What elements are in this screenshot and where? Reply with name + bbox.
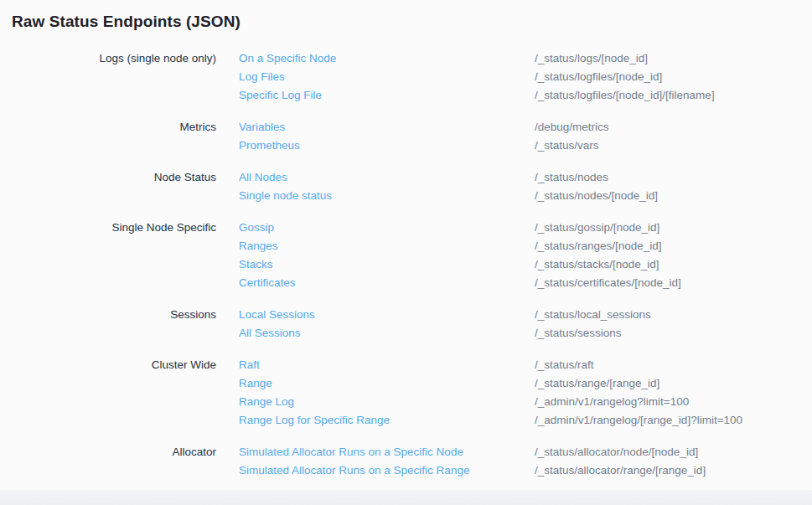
endpoint-row: Log Files/_status/logfiles/[node_id] xyxy=(239,68,715,86)
endpoint-section: Single Node SpecificGossip/_status/gossi… xyxy=(0,219,812,292)
endpoint-link[interactable]: Range xyxy=(239,374,512,393)
endpoint-row: Single node status/_status/nodes/[node_i… xyxy=(239,187,658,205)
section-label: Node Status xyxy=(0,168,216,187)
endpoint-row: Simulated Allocator Runs on a Specific R… xyxy=(239,461,706,480)
endpoint-row: All Nodes/_status/nodes xyxy=(239,168,658,187)
endpoint-section: SessionsLocal Sessions/_status/local_ses… xyxy=(0,306,812,343)
section-label: Cluster Wide xyxy=(0,356,216,374)
endpoint-link[interactable]: Certificates xyxy=(239,274,512,292)
section-label: Single Node Specific xyxy=(0,219,216,237)
section-rows: Local Sessions/_status/local_sessionsAll… xyxy=(239,306,651,343)
endpoint-path: /_status/local_sessions xyxy=(535,306,651,324)
endpoint-path: /_status/allocator/node/[node_id] xyxy=(535,443,698,461)
endpoint-path: /_admin/v1/rangelog?limit=100 xyxy=(535,393,689,411)
endpoint-path: /_status/nodes/[node_id] xyxy=(535,187,658,205)
section-label: Sessions xyxy=(0,306,216,324)
endpoint-section: Logs (single node only)On a Specific Nod… xyxy=(0,49,812,105)
endpoint-link[interactable]: Ranges xyxy=(239,237,512,255)
endpoint-row: Range Log for Specific Range/_admin/v1/r… xyxy=(239,411,742,430)
endpoint-row: On a Specific Node/_status/logs/[node_id… xyxy=(239,49,715,68)
section-label: Logs (single node only) xyxy=(0,49,216,68)
endpoint-row: Variables/debug/metrics xyxy=(239,118,609,137)
endpoint-link[interactable]: Single node status xyxy=(239,187,512,205)
endpoint-path: /_status/logfiles/[node_id] xyxy=(535,68,662,86)
endpoint-row: Simulated Allocator Runs on a Specific N… xyxy=(239,443,706,461)
section-rows: Raft/_status/raftRange/_status/range/[ra… xyxy=(239,356,742,430)
page-title: Raw Status Endpoints (JSON) xyxy=(12,12,812,32)
endpoint-row: Stacks/_status/stacks/[node_id] xyxy=(239,255,681,274)
endpoint-section: MetricsVariables/debug/metricsPrometheus… xyxy=(0,118,812,155)
endpoint-path: /_status/certificates/[node_id] xyxy=(535,274,681,292)
endpoint-path: /_status/range/[range_id] xyxy=(535,374,659,393)
section-label: Metrics xyxy=(0,118,216,137)
endpoint-path: /_status/gossip/[node_id] xyxy=(535,219,659,237)
endpoint-section: Cluster WideRaft/_status/raftRange/_stat… xyxy=(0,356,812,430)
endpoint-link[interactable]: Log Files xyxy=(239,68,512,86)
endpoint-table: Logs (single node only)On a Specific Nod… xyxy=(0,49,812,480)
endpoint-link[interactable]: Range Log for Specific Range xyxy=(239,411,512,430)
endpoint-link[interactable]: Variables xyxy=(239,118,512,137)
endpoint-link[interactable]: All Nodes xyxy=(239,168,512,187)
endpoint-row: Gossip/_status/gossip/[node_id] xyxy=(239,219,681,237)
endpoint-row: Prometheus/_status/vars xyxy=(239,137,609,155)
endpoint-link[interactable]: Prometheus xyxy=(239,137,512,155)
endpoint-section: Node StatusAll Nodes/_status/nodesSingle… xyxy=(0,168,812,205)
endpoint-link[interactable]: Simulated Allocator Runs on a Specific R… xyxy=(239,461,512,480)
endpoint-row: Raft/_status/raft xyxy=(239,356,742,374)
endpoint-link[interactable]: Stacks xyxy=(239,255,512,274)
section-rows: Simulated Allocator Runs on a Specific N… xyxy=(239,443,706,480)
section-rows: All Nodes/_status/nodesSingle node statu… xyxy=(239,168,658,205)
endpoint-row: All Sessions/_status/sessions xyxy=(239,324,651,343)
endpoint-path: /_status/allocator/range/[range_id] xyxy=(535,461,706,480)
endpoint-path: /_status/stacks/[node_id] xyxy=(535,255,659,274)
endpoint-row: Range/_status/range/[range_id] xyxy=(239,374,742,393)
footer-strip xyxy=(0,490,812,505)
endpoint-path: /_status/sessions xyxy=(535,324,622,343)
endpoint-link[interactable]: Simulated Allocator Runs on a Specific N… xyxy=(239,443,512,461)
endpoint-row: Local Sessions/_status/local_sessions xyxy=(239,306,651,324)
endpoint-path: /debug/metrics xyxy=(535,118,609,137)
endpoint-link[interactable]: Local Sessions xyxy=(239,306,512,324)
endpoint-path: /_status/raft xyxy=(535,356,594,374)
endpoint-path: /_status/vars xyxy=(535,137,599,155)
endpoint-link[interactable]: Range Log xyxy=(239,393,512,411)
endpoint-link[interactable]: On a Specific Node xyxy=(239,49,512,68)
endpoint-path: /_status/nodes xyxy=(535,168,608,187)
endpoint-link[interactable]: Raft xyxy=(239,356,512,374)
endpoint-link[interactable]: Specific Log File xyxy=(239,86,512,105)
debug-endpoints-page: Raw Status Endpoints (JSON) Logs (single… xyxy=(0,12,812,480)
endpoint-link[interactable]: Gossip xyxy=(239,219,512,237)
section-rows: Gossip/_status/gossip/[node_id]Ranges/_s… xyxy=(239,219,681,292)
endpoint-link[interactable]: All Sessions xyxy=(239,324,512,343)
endpoint-path: /_admin/v1/rangelog/[range_id]?limit=100 xyxy=(535,411,742,430)
endpoint-row: Range Log/_admin/v1/rangelog?limit=100 xyxy=(239,393,742,411)
section-label: Allocator xyxy=(0,443,216,461)
section-rows: Variables/debug/metricsPrometheus/_statu… xyxy=(239,118,609,155)
endpoint-section: AllocatorSimulated Allocator Runs on a S… xyxy=(0,443,812,480)
section-rows: On a Specific Node/_status/logs/[node_id… xyxy=(239,49,715,105)
endpoint-path: /_status/logfiles/[node_id]/[filename] xyxy=(535,86,715,105)
endpoint-path: /_status/ranges/[node_id] xyxy=(535,237,662,255)
endpoint-row: Ranges/_status/ranges/[node_id] xyxy=(239,237,681,255)
endpoint-row: Certificates/_status/certificates/[node_… xyxy=(239,274,681,292)
endpoint-path: /_status/logs/[node_id] xyxy=(535,49,648,68)
endpoint-row: Specific Log File/_status/logfiles/[node… xyxy=(239,86,715,105)
